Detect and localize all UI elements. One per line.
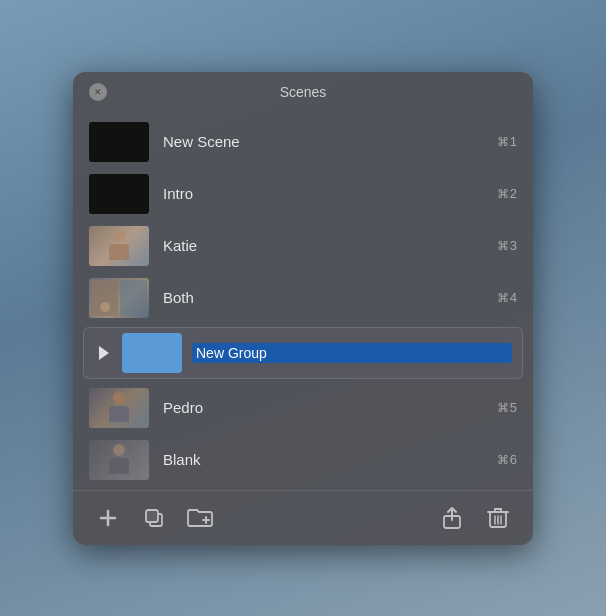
shortcut-blank: ⌘6 [497,452,517,467]
scene-name-both: Both [163,289,497,306]
thumbnail-both [89,278,149,318]
thumbnail-new-scene [89,122,149,162]
delete-button[interactable] [483,503,513,533]
scene-item-blank[interactable]: Blank ⌘6 [73,434,533,486]
scene-name-new-scene: New Scene [163,133,497,150]
scenes-list: New Scene ⌘1 Intro ⌘2 [73,112,533,490]
thumbnail-pedro [89,388,149,428]
scene-item-group[interactable] [83,327,523,379]
thumbnail-katie [89,226,149,266]
shortcut-pedro: ⌘5 [497,400,517,415]
thumbnail-group [122,333,182,373]
scene-item-new-scene[interactable]: New Scene ⌘1 [73,116,533,168]
add-group-button[interactable] [185,503,215,533]
shortcut-katie: ⌘3 [497,238,517,253]
duplicate-icon [142,506,166,530]
scene-item-intro[interactable]: Intro ⌘2 [73,168,533,220]
plus-icon [96,506,120,530]
shortcut-both: ⌘4 [497,290,517,305]
scene-item-katie[interactable]: Katie ⌘3 [73,220,533,272]
add-scene-button[interactable] [93,503,123,533]
scene-name-katie: Katie [163,237,497,254]
shortcut-intro: ⌘2 [497,186,517,201]
thumbnail-intro [89,174,149,214]
toolbar [73,490,533,545]
panel-title: Scenes [280,84,327,100]
share-icon [441,506,463,530]
close-button[interactable] [89,83,107,101]
scene-name-pedro: Pedro [163,399,497,416]
scene-name-intro: Intro [163,185,497,202]
scenes-panel: Scenes New Scene ⌘1 Intro ⌘2 [73,72,533,545]
share-button[interactable] [437,503,467,533]
scene-name-blank: Blank [163,451,497,468]
group-name-input[interactable] [192,343,512,363]
play-icon [94,343,114,363]
title-bar: Scenes [73,72,533,112]
scene-item-pedro[interactable]: Pedro ⌘5 [73,382,533,434]
shortcut-new-scene: ⌘1 [497,134,517,149]
add-folder-icon [186,506,214,530]
trash-icon [487,506,509,530]
svg-rect-3 [146,510,158,522]
scene-item-both[interactable]: Both ⌘4 [73,272,533,324]
thumbnail-blank [89,440,149,480]
duplicate-button[interactable] [139,503,169,533]
